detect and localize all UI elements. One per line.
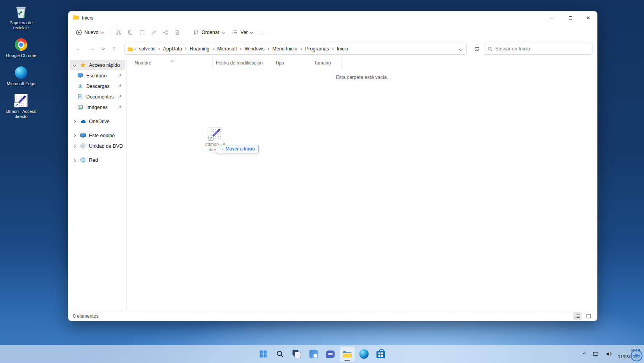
breadcrumb-segment[interactable]: solvetic [136, 45, 158, 53]
back-button[interactable]: ← [73, 43, 85, 55]
paste-button[interactable] [137, 27, 148, 38]
more-options-button[interactable]: … [257, 27, 268, 38]
shortcut-arrow-icon: ↗ [208, 136, 213, 141]
navigation-pane: Acceso rápido Escritorio Descargas [68, 57, 127, 311]
item-count: 0 elementos [73, 313, 98, 319]
desktop-icon-recycle-bin[interactable]: Papelera de reciclaje [4, 5, 38, 30]
recent-locations-button[interactable] [100, 43, 107, 55]
network-tray-button[interactable] [591, 349, 600, 359]
minimize-button[interactable] [543, 11, 561, 25]
drag-tooltip-text: Mover a Inicio [226, 146, 255, 152]
share-button[interactable] [160, 27, 171, 38]
large-icons-view-button[interactable] [584, 312, 593, 320]
desktop-icon-ctfmon-shortcut[interactable]: ↗ ctfmon - Acceso directo [4, 93, 38, 119]
store-button[interactable] [374, 347, 388, 361]
sidebar-item-pictures[interactable]: Imágenes [75, 102, 125, 113]
breadcrumb-separator-icon [267, 46, 270, 52]
sort-icon [193, 29, 199, 36]
chrome-icon [14, 38, 28, 52]
view-button[interactable]: Ver [228, 27, 256, 38]
chevron-right-icon[interactable] [71, 120, 77, 123]
column-header-size[interactable]: Tamaño [311, 57, 342, 68]
copy-button[interactable] [125, 27, 136, 38]
new-button[interactable]: Nuevo [72, 27, 107, 38]
breadcrumb-segment[interactable]: Windows [242, 45, 267, 53]
task-view-icon [293, 350, 301, 358]
search-box[interactable] [484, 43, 592, 55]
sidebar-item-dvd-drive[interactable]: Unidad de DVD (D:) [70, 141, 125, 151]
breadcrumb-separator-icon [332, 46, 334, 52]
breadcrumb-segment[interactable]: Roaming [187, 45, 212, 53]
hidden-icons-button[interactable] [582, 351, 587, 357]
breadcrumb-segment[interactable]: Programas [302, 45, 332, 53]
pictures-icon [77, 104, 84, 111]
up-button[interactable]: ↑ [108, 43, 120, 55]
rename-icon [151, 29, 157, 36]
forward-button[interactable]: → [86, 43, 98, 55]
chat-button[interactable] [323, 347, 338, 361]
sidebar-item-this-pc[interactable]: Este equipo [70, 130, 125, 141]
sidebar-item-network[interactable]: Red [70, 155, 125, 165]
volume-icon [606, 351, 612, 357]
sidebar-item-downloads[interactable]: Descargas [75, 81, 125, 91]
refresh-button[interactable] [471, 43, 482, 55]
sidebar-item-documents[interactable]: Documentos [75, 91, 125, 102]
pin-icon [118, 73, 123, 79]
column-header-name[interactable]: Nombre [132, 57, 213, 68]
chevron-right-icon[interactable] [71, 134, 77, 137]
breadcrumb-separator-icon [300, 46, 302, 52]
file-list-pane: Nombre Fecha de modificación Tipo Tamaño… [127, 57, 597, 311]
status-bar: 0 elementos [68, 311, 597, 321]
dvd-disc-icon [80, 143, 86, 149]
pin-icon [118, 94, 123, 100]
volume-tray-button[interactable] [604, 349, 614, 359]
chevron-right-icon[interactable] [71, 159, 77, 161]
breadcrumb-segment[interactable]: Inicio [334, 45, 351, 53]
close-button[interactable]: × [579, 11, 597, 25]
chevron-right-icon[interactable] [71, 145, 77, 147]
network-icon [592, 351, 599, 357]
taskbar: 9:40 01/03/2022 [0, 345, 644, 363]
file-list-area[interactable]: Esta carpeta está vacía. ↗ ctfmon - A di… [127, 68, 597, 311]
column-header-type[interactable]: Tipo [272, 57, 311, 68]
minimize-icon [550, 18, 554, 18]
breadcrumb-segment[interactable]: AppData [160, 45, 185, 53]
window-title: Inicio [82, 15, 93, 21]
shortcut-arrow-icon: ↗ [14, 102, 19, 107]
task-view-button[interactable] [290, 347, 304, 361]
sidebar-item-quick-access[interactable]: Acceso rápido [70, 60, 125, 70]
separator [110, 29, 110, 36]
desktop-icon-label: ctfmon - Acceso directo [4, 109, 38, 119]
chevron-down-icon[interactable] [71, 64, 77, 66]
breadcrumb[interactable]: solvetic AppData Roaming Microsoft Windo… [125, 43, 467, 55]
edge-icon [359, 349, 369, 359]
view-toggles [573, 312, 593, 320]
sort-button[interactable]: Ordenar [189, 27, 228, 38]
file-explorer-button[interactable] [340, 347, 355, 361]
address-dropdown-button[interactable] [457, 45, 464, 52]
sidebar-item-desktop[interactable]: Escritorio [75, 70, 125, 81]
list-view-icon [232, 29, 238, 36]
desktop-icon-edge[interactable]: Microsoft Edge [4, 66, 38, 86]
breadcrumb-separator-icon [158, 46, 160, 52]
widgets-icon [310, 350, 318, 358]
title-bar[interactable]: Inicio × [68, 11, 597, 25]
start-button[interactable] [256, 347, 271, 361]
sidebar-item-onedrive[interactable]: OneDrive [70, 116, 125, 127]
widgets-button[interactable] [306, 347, 321, 361]
rename-button[interactable] [148, 27, 159, 38]
desktop-icon-label: Papelera de reciclaje [4, 20, 38, 30]
cut-button[interactable] [113, 27, 124, 38]
column-header-date[interactable]: Fecha de modificación [213, 57, 272, 68]
details-view-button[interactable] [573, 312, 582, 320]
chevron-down-icon [101, 47, 105, 50]
desktop-icon-chrome[interactable]: Google Chrome [4, 38, 38, 58]
breadcrumb-segment[interactable]: Menú Inicio [270, 45, 300, 53]
breadcrumb-segment[interactable]: Microsoft [214, 45, 240, 53]
search-input[interactable] [495, 46, 589, 52]
maximize-button[interactable] [561, 11, 579, 25]
taskbar-search-button[interactable] [273, 347, 288, 361]
delete-button[interactable] [172, 27, 183, 38]
store-icon [377, 351, 385, 358]
edge-button[interactable] [357, 347, 372, 361]
